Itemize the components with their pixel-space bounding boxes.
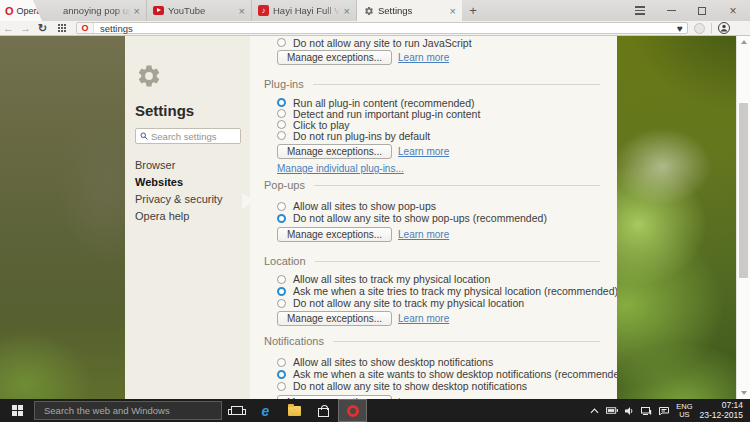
settings-title: Settings [135, 102, 250, 119]
scroll-up-icon[interactable] [741, 40, 747, 44]
profile-icon[interactable] [718, 22, 730, 34]
edge-icon: e [262, 404, 270, 418]
tab-menu-button[interactable] [631, 3, 649, 19]
reload-button[interactable]: ↻ [34, 22, 51, 35]
taskbar-search-box[interactable] [34, 401, 222, 420]
radio-allow-popups[interactable] [277, 202, 286, 211]
address-text[interactable]: settings [94, 23, 133, 34]
close-window-button[interactable]: × [724, 3, 742, 19]
tab-close-icon[interactable]: × [450, 6, 456, 16]
radio-block-location[interactable] [277, 299, 286, 308]
section-heading-plugins: Plug-ins [250, 78, 600, 90]
tab-close-icon[interactable]: × [239, 6, 245, 16]
file-explorer-button[interactable] [280, 399, 309, 422]
bookmark-heart-icon[interactable]: ♥ [677, 23, 683, 33]
sidebar-item-browser[interactable]: Browser [135, 157, 250, 174]
language-indicator[interactable]: ENG US [676, 403, 692, 419]
radio-click-to-play[interactable] [277, 120, 286, 129]
tab-bar: O Opera annoying pop up - Windo × YouTub… [0, 0, 750, 21]
radio-no-javascript[interactable] [277, 38, 286, 47]
store-icon [318, 408, 329, 417]
manage-exceptions-button[interactable]: Manage exceptions... [277, 227, 392, 242]
settings-gear-icon [136, 63, 162, 89]
scrollbar-thumb[interactable] [739, 103, 748, 278]
clock[interactable]: 07:14 23-12-2015 [700, 401, 743, 420]
button-row: Manage exceptions... Learn more [250, 143, 617, 159]
radio-run-all-plugins[interactable] [277, 98, 286, 107]
speaker-icon[interactable] [625, 407, 634, 415]
section-heading-notifications: Notifications [250, 335, 600, 347]
button-row: Manage exceptions... Learn more [250, 49, 617, 65]
search-icon [140, 132, 148, 140]
opera-icon [347, 405, 359, 417]
edge-button[interactable]: e [251, 399, 280, 422]
option-row: Allow all sites to show pop-ups [250, 200, 617, 212]
window-controls: × [631, 0, 750, 21]
settings-search-input[interactable] [151, 131, 236, 142]
learn-more-link[interactable]: Learn more [398, 229, 449, 240]
option-label: Do not allow any site to show desktop no… [293, 380, 527, 392]
radio-no-plugins[interactable] [277, 131, 286, 140]
task-view-button[interactable] [222, 399, 251, 422]
radio-block-popups[interactable] [277, 214, 286, 223]
settings-search-box[interactable] [135, 128, 241, 144]
radio-detect-important-plugins[interactable] [277, 109, 286, 118]
turbo-icon[interactable] [694, 23, 705, 34]
radio-allow-location[interactable] [277, 275, 286, 284]
learn-more-link[interactable]: Learn more [398, 52, 449, 63]
tab-youtube[interactable]: YouTube × [147, 0, 252, 21]
tab-settings[interactable]: Settings × [357, 0, 462, 21]
task-view-icon [231, 406, 243, 415]
option-label: Allow all sites to track my physical loc… [293, 273, 490, 285]
network-icon[interactable] [641, 407, 652, 415]
radio-block-notifications[interactable] [277, 382, 286, 391]
option-row: Do not run plug-ins by default [250, 130, 617, 141]
manage-exceptions-button[interactable]: Manage exceptions... [277, 144, 392, 159]
scrollbar[interactable] [736, 36, 750, 399]
sidebar-item-websites[interactable]: Websites [135, 174, 250, 191]
file-explorer-icon [288, 406, 301, 416]
option-label: Allow all sites to show desktop notifica… [293, 356, 493, 368]
opera-logo-icon: O [5, 5, 14, 17]
new-tab-button[interactable]: + [462, 0, 484, 21]
option-row: Do not allow any site to run JavaScript [250, 37, 617, 48]
selected-item-notch [242, 193, 255, 209]
manage-exceptions-button[interactable]: Manage exceptions... [277, 311, 392, 326]
tab-close-icon[interactable]: × [134, 6, 140, 16]
scroll-down-icon[interactable] [741, 391, 747, 395]
sidebar-item-privacy-security[interactable]: Privacy & security [135, 191, 250, 208]
speed-dial-icon[interactable] [58, 24, 67, 33]
learn-more-link[interactable]: Learn more [398, 313, 449, 324]
manage-exceptions-button[interactable]: Manage exceptions... [277, 50, 392, 65]
opera-taskbar-button[interactable] [338, 399, 367, 422]
battery-icon[interactable] [606, 407, 618, 414]
store-button[interactable] [309, 399, 338, 422]
minimize-icon [667, 10, 676, 12]
section-divider [313, 84, 600, 85]
back-button[interactable]: ← [0, 22, 17, 35]
option-label: Do not allow any site to track my physic… [293, 297, 524, 309]
sidebar-item-opera-help[interactable]: Opera help [135, 208, 250, 225]
tab-hayi-video[interactable]: ♪ Hayi Hayi Full Video Song × [252, 0, 357, 21]
link-row: Manage individual plug-ins... [250, 163, 617, 174]
tab-annoying-popup[interactable]: annoying pop up - Windo × [42, 0, 147, 21]
maximize-button[interactable] [693, 3, 711, 19]
action-center-icon[interactable] [659, 407, 669, 415]
learn-more-link[interactable]: Learn more [398, 146, 449, 157]
toolbar-right [694, 22, 730, 34]
forward-button[interactable]: → [17, 22, 34, 35]
start-button[interactable] [0, 399, 34, 422]
radio-allow-notifications[interactable] [277, 358, 286, 367]
tab-title: Settings [378, 5, 446, 16]
minimize-button[interactable] [662, 3, 680, 19]
manage-individual-plugins-link[interactable]: Manage individual plug-ins... [277, 163, 404, 174]
address-bar[interactable]: O settings ♥ [76, 22, 688, 34]
opera-menu-button[interactable]: O Opera [0, 0, 42, 21]
option-row: Do not allow any site to show desktop no… [250, 380, 617, 392]
option-row: Click to play [250, 119, 617, 130]
radio-ask-location[interactable] [277, 287, 286, 296]
radio-ask-notifications[interactable] [277, 370, 286, 379]
taskbar-search-input[interactable] [44, 405, 204, 416]
tab-close-icon[interactable]: × [344, 6, 350, 16]
chevron-up-icon[interactable] [590, 408, 599, 414]
